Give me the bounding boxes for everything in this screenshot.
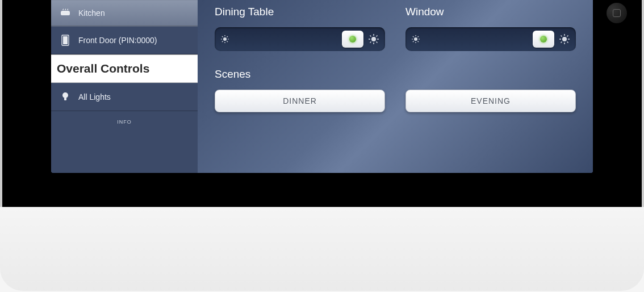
svg-line-39 bbox=[567, 36, 568, 37]
svg-line-12 bbox=[227, 36, 228, 37]
svg-line-19 bbox=[377, 42, 378, 43]
svg-rect-1 bbox=[63, 36, 68, 44]
brightness-slider-window[interactable] bbox=[405, 27, 576, 51]
svg-rect-3 bbox=[64, 98, 66, 100]
svg-line-29 bbox=[413, 41, 414, 43]
svg-line-38 bbox=[561, 42, 562, 43]
svg-line-37 bbox=[567, 42, 568, 43]
svg-point-22 bbox=[414, 37, 417, 41]
svg-line-30 bbox=[418, 36, 419, 37]
svg-line-21 bbox=[377, 36, 378, 37]
scenes-header: Scenes bbox=[215, 68, 576, 81]
svg-point-4 bbox=[223, 37, 227, 41]
brightness-low-icon bbox=[220, 35, 229, 44]
scene-button-dinner[interactable]: DINNER bbox=[215, 90, 385, 112]
kitchen-icon bbox=[58, 9, 73, 18]
scene-button-evening[interactable]: EVENING bbox=[405, 90, 576, 112]
brightness-low-icon bbox=[411, 35, 420, 44]
brightness-high-icon bbox=[559, 33, 570, 45]
sidebar-item-all-lights[interactable]: All Lights bbox=[51, 83, 198, 111]
svg-line-36 bbox=[561, 36, 562, 37]
svg-line-18 bbox=[370, 36, 371, 37]
sidebar-item-label: All Lights bbox=[78, 92, 111, 101]
control-title: Dining Table bbox=[215, 6, 385, 18]
svg-line-9 bbox=[222, 36, 223, 37]
sidebar: Kitchen Front Door (PIN:0000) Overall Co… bbox=[51, 0, 198, 173]
section-header-overall: Overall Controls bbox=[51, 54, 198, 83]
bulb-icon bbox=[58, 91, 73, 103]
content-area: Dining Table bbox=[198, 0, 593, 173]
thumb-indicator-icon bbox=[349, 36, 356, 43]
control-dining-table: Dining Table bbox=[215, 6, 385, 51]
device-home-button[interactable] bbox=[607, 3, 627, 23]
svg-point-31 bbox=[562, 37, 567, 41]
info-link[interactable]: INFO bbox=[51, 111, 198, 133]
svg-line-11 bbox=[222, 41, 223, 43]
svg-point-2 bbox=[62, 92, 68, 98]
slider-thumb[interactable] bbox=[533, 31, 554, 48]
sidebar-item-label: Front Door (PIN:0000) bbox=[78, 36, 157, 45]
slider-thumb[interactable] bbox=[342, 31, 363, 48]
brightness-high-icon bbox=[368, 33, 379, 45]
sidebar-item-kitchen[interactable]: Kitchen bbox=[51, 0, 198, 26]
svg-point-13 bbox=[371, 37, 376, 41]
door-icon bbox=[58, 35, 73, 46]
svg-line-10 bbox=[227, 41, 228, 43]
svg-line-28 bbox=[418, 41, 419, 43]
sidebar-item-front-door[interactable]: Front Door (PIN:0000) bbox=[51, 26, 198, 54]
svg-line-27 bbox=[413, 36, 414, 37]
control-title: Window bbox=[405, 6, 576, 18]
thumb-indicator-icon bbox=[540, 36, 547, 43]
brightness-slider-dining[interactable] bbox=[215, 27, 385, 51]
control-window: Window bbox=[405, 6, 576, 51]
sidebar-item-label: Kitchen bbox=[78, 9, 105, 18]
svg-line-20 bbox=[370, 42, 371, 43]
